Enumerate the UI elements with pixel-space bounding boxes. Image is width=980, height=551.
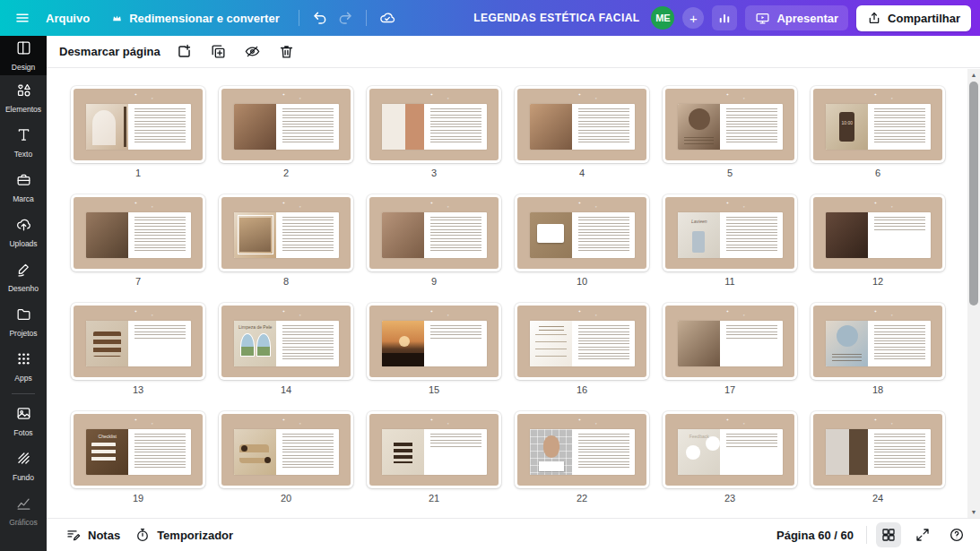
page-thumbnail-8[interactable]: 8 [219,194,353,287]
page-thumbnail-3[interactable]: 3 [367,86,501,178]
page-thumbnail-9[interactable]: 9 [367,194,501,287]
sidebar-item-text[interactable]: Texto [0,120,47,165]
page-canvas [221,89,351,160]
page-number: 19 [71,493,205,504]
page-thumbnail-19[interactable]: Checklist 19 [71,411,205,504]
help-button[interactable] [944,522,969,547]
hide-page-icon[interactable] [243,42,263,62]
page-thumbnail-6[interactable]: 10:00 6 [811,86,945,178]
sidebar-item-projects[interactable]: Projetos [0,299,47,344]
page-thumbnail-14[interactable]: Limpeza de Pele 14 [219,303,353,395]
page-number: 2 [219,168,353,178]
page-canvas [74,197,203,269]
document-title[interactable]: LEGENDAS ESTÉTICA FACIAL [473,12,639,24]
sidebar-item-apps[interactable]: Apps [0,344,47,389]
page-thumbnail-17[interactable]: 17 [663,303,797,395]
page-number: 13 [71,384,205,395]
thumbnail-image [86,104,128,150]
sidebar-item-brand[interactable]: Marca [0,165,47,210]
page-sheet [382,429,487,475]
present-button[interactable]: Apresentar [745,5,848,30]
thumbnail-caption: Limpeza de Pele [234,325,276,330]
page-thumbnail-15[interactable]: 15 [367,303,501,395]
thumbnail-text-lines [430,108,481,145]
avatar[interactable]: ME [651,6,674,30]
scrollbar-thumb[interactable] [969,82,978,306]
page-thumbnail-20[interactable]: 20 [219,411,353,504]
page-canvas: Checklist [74,414,203,486]
page-thumbnail-10[interactable]: 10 [515,194,649,287]
undo-icon[interactable] [310,8,330,28]
thumbnail-text-lines [282,217,334,254]
fullscreen-button[interactable] [910,522,935,547]
page-card [515,86,649,163]
thumbnail-text-lines [726,434,777,470]
page-thumbnail-1[interactable]: 1 [71,86,205,178]
page-card [663,86,797,163]
resize-convert-button[interactable]: Redimensionar e converter [103,6,288,30]
hamburger-menu-icon[interactable] [13,8,32,28]
page-thumbnail-12[interactable]: 12 [811,194,945,287]
thumbnail-text-lines [578,434,629,470]
page-thumbnail-5[interactable]: 5 [663,86,797,178]
page-card [663,303,797,380]
add-member-button[interactable]: + [682,7,704,29]
scrollbar[interactable]: ▲ ▼ [967,69,980,518]
thumbnail-image [382,429,424,475]
sidebar-item-label: Projetos [9,329,37,338]
share-button[interactable]: Compartilhar [856,5,971,31]
deselect-page-button[interactable]: Desmarcar página [59,45,160,58]
sidebar-item-design[interactable]: Design [0,36,47,75]
page-thumbnail-22[interactable]: 22 [515,411,649,504]
sidebar-item-label: Fundo [13,473,34,482]
sidebar-item-draw[interactable]: Desenho [0,254,47,299]
thumbnail-text-lines [134,217,186,254]
scroll-up-icon[interactable]: ▲ [967,69,980,81]
grid-view-button[interactable] [876,522,901,547]
share-label: Compartilhar [888,12,960,25]
page-thumbnail-24[interactable]: 24 [811,411,945,504]
page-thumbnail-18[interactable]: 18 [811,303,945,395]
thumbnail-text-lines [874,434,925,470]
sidebar-item-photos[interactable]: Fotos [0,399,47,443]
sidebar-item-uploads[interactable]: Uploads [0,210,47,254]
page-sheet [382,104,487,150]
page-thumbnail-2[interactable]: 2 [219,86,353,178]
page-canvas [813,414,942,486]
thumbnail-image: Limpeza de Pele [234,321,276,366]
page-number: 5 [663,168,797,178]
thumbnail-text-lines [282,325,334,362]
add-page-icon[interactable] [175,42,195,62]
page-toolbar: Desmarcar página [47,36,980,68]
notes-button[interactable]: Notas [58,521,127,548]
sidebar-item-background[interactable]: Fundo [0,443,47,488]
page-thumbnail-21[interactable]: 21 [367,411,501,504]
page-thumbnail-23[interactable]: Feedback 23 [663,411,797,504]
page-canvas [517,306,646,377]
thumbnail-caption: 10:00 [826,121,868,125]
file-menu-button[interactable]: Arquivo [38,6,98,30]
insights-button[interactable] [712,5,737,30]
scroll-down-icon[interactable]: ▼ [967,506,980,518]
page-canvas [369,89,499,160]
page-thumbnail-7[interactable]: 7 [71,194,205,287]
grid-view-icon [880,527,897,543]
page-card [219,411,353,488]
thumbnail-text-lines [578,217,629,254]
redo-icon[interactable] [335,8,355,28]
thumbnail-text-lines [726,108,777,145]
page-thumbnail-4[interactable]: 4 [515,86,649,178]
page-thumbnail-13[interactable]: 13 [71,303,205,395]
cloud-saved-icon [377,8,397,28]
sidebar-item-elements[interactable]: Elementos [0,75,47,120]
projects-icon [15,306,32,326]
duplicate-page-icon[interactable] [209,42,229,62]
sidebar-item-charts[interactable]: Gráficos [0,488,47,533]
page-thumbnail-16[interactable]: 16 [515,303,649,395]
page-thumbnail-11[interactable]: Lavieen 11 [663,194,797,287]
timer-button[interactable]: Temporizador [127,521,240,548]
page-canvas: Feedback [665,414,794,486]
page-sheet [826,212,931,258]
notes-icon [65,527,82,543]
delete-page-icon[interactable] [277,42,297,62]
